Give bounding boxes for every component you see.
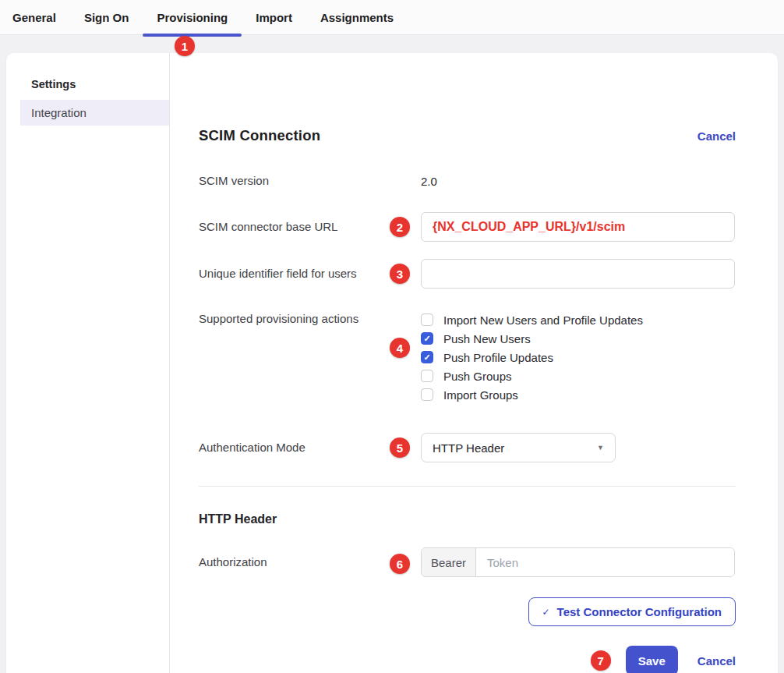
sidebar-item-integration[interactable]: Integration [20, 100, 169, 126]
chevron-down-icon: ▼ [597, 444, 604, 452]
bearer-prefix: Bearer [422, 548, 476, 576]
app-tabbar: General Sign On Provisioning Import Assi… [0, 0, 784, 35]
unique-id-label: Unique identifier field for users [199, 259, 421, 289]
check-icon: ✓ [542, 607, 550, 618]
checkbox-push-new-users[interactable]: Push New Users [421, 329, 735, 348]
tab-provisioning[interactable]: Provisioning [143, 0, 242, 34]
checkbox-label: Push New Users [443, 332, 531, 345]
checkbox-icon [421, 370, 433, 382]
scim-connection-panel: SCIM Connection Cancel SCIM version 2.0 … [170, 53, 778, 673]
cancel-link-bottom[interactable]: Cancel [697, 654, 736, 668]
actions-label: Supported provisioning actions [199, 310, 421, 404]
auth-mode-selected-value: HTTP Header [433, 441, 504, 455]
tab-sign-on[interactable]: Sign On [70, 0, 143, 34]
tab-general[interactable]: General [0, 0, 70, 34]
annotation-badge-5: 5 [390, 437, 410, 458]
unique-id-input[interactable] [421, 259, 735, 289]
checkbox-icon [421, 351, 433, 363]
http-header-heading: HTTP Header [199, 512, 736, 526]
auth-mode-label: Authentication Mode [199, 433, 421, 462]
save-button[interactable]: Save [626, 646, 678, 673]
test-connector-button[interactable]: ✓ Test Connector Configuration [528, 597, 736, 626]
authorization-label: Authorization [199, 547, 421, 577]
checkbox-push-groups[interactable]: Push Groups [421, 367, 735, 385]
provisioning-card: Settings Integration SCIM Connection Can… [6, 53, 778, 673]
annotation-badge-4: 4 [390, 338, 410, 358]
checkbox-label: Import Groups [443, 388, 518, 402]
tab-assignments[interactable]: Assignments [306, 0, 408, 34]
checkbox-push-profile-updates[interactable]: Push Profile Updates [421, 348, 735, 367]
checkbox-import-groups[interactable]: Import Groups [421, 385, 735, 404]
base-url-input[interactable] [421, 212, 735, 242]
annotation-badge-1: 1 [175, 36, 195, 56]
checkbox-label: Import New Users and Profile Updates [443, 313, 643, 327]
checkbox-label: Push Profile Updates [443, 351, 553, 364]
annotation-badge-2: 2 [390, 217, 410, 237]
actions-checkbox-list: Import New Users and Profile Updates Pus… [421, 310, 735, 404]
base-url-label: SCIM connector base URL [199, 212, 421, 242]
cancel-link-top[interactable]: Cancel [697, 129, 736, 143]
settings-sidebar: Settings Integration [6, 53, 170, 673]
scim-version-value: 2.0 [421, 174, 735, 188]
token-input[interactable] [476, 548, 734, 576]
checkbox-icon [421, 313, 433, 326]
scim-version-label: SCIM version [199, 174, 421, 188]
annotation-badge-6: 6 [390, 554, 410, 574]
checkbox-label: Push Groups [443, 370, 512, 383]
authorization-input-group: Bearer [421, 547, 735, 577]
tab-import[interactable]: Import [242, 0, 306, 34]
checkbox-icon [421, 388, 433, 401]
page-title: SCIM Connection [199, 127, 320, 144]
checkbox-icon [421, 332, 433, 345]
test-connector-label: Test Connector Configuration [557, 605, 722, 618]
annotation-badge-7: 7 [591, 650, 611, 671]
auth-mode-select[interactable]: HTTP Header ▼ [421, 433, 616, 462]
section-divider [199, 486, 736, 487]
checkbox-import-new-users[interactable]: Import New Users and Profile Updates [421, 310, 735, 329]
sidebar-heading: Settings [31, 78, 169, 90]
annotation-badge-3: 3 [390, 264, 410, 284]
